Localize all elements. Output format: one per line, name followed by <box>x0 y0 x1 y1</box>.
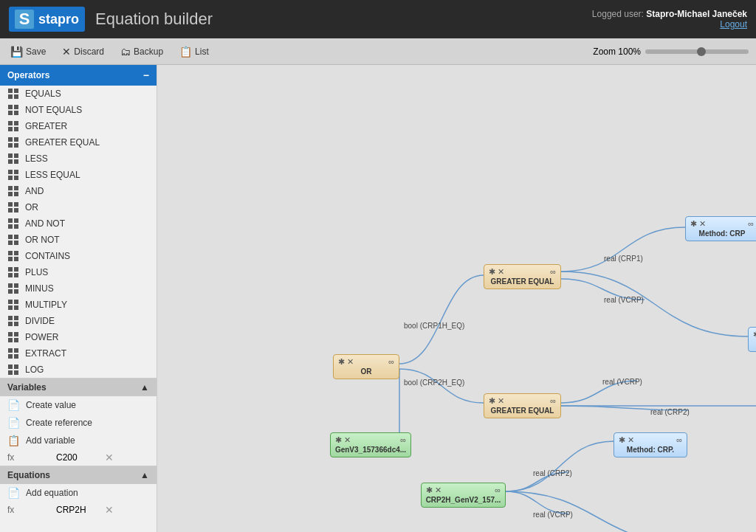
node-expand-btn[interactable]: ∞ <box>748 220 754 228</box>
variables-title: Variables <box>7 382 47 393</box>
operator-icon <box>7 300 19 310</box>
var-action-create-value[interactable]: 📄Create value <box>0 396 157 414</box>
sidebar-item-or-not[interactable]: OR NOT <box>0 232 157 248</box>
node-close-btn[interactable]: ✕ <box>498 268 504 276</box>
node-n1[interactable]: ✱ ✕ ∞ Method: CRP <box>685 216 756 241</box>
equation-entry-CRP2H[interactable]: fx CRP2H ✕ <box>0 502 157 518</box>
sidebar-item-less[interactable]: LESS <box>0 151 157 167</box>
node-n4[interactable]: ✱ ✕ ∞ OR <box>333 354 399 379</box>
variable-entry-C200[interactable]: fx C200 ✕ <box>0 449 157 466</box>
node-expand-btn[interactable]: ∞ <box>550 268 556 276</box>
logo-s-icon: S <box>15 10 34 29</box>
sidebar-item-multiply[interactable]: MULTIPLY <box>0 297 157 313</box>
operator-icon <box>7 137 19 148</box>
variables-collapse-icon: ▲ <box>140 382 149 393</box>
equations-section-header[interactable]: Equations ▲ <box>0 466 157 484</box>
logout-link[interactable]: Logout <box>592 19 747 30</box>
node-close-btn[interactable]: ✕ <box>498 397 504 405</box>
node-move-btn[interactable]: ✱ <box>338 358 345 366</box>
node-expand-btn[interactable]: ∞ <box>550 397 556 405</box>
sidebar-item-power[interactable]: POWER <box>0 329 157 345</box>
operator-icon <box>7 251 19 261</box>
node-move-btn[interactable]: ✱ <box>426 486 433 494</box>
save-button[interactable]: 💾 Save <box>7 44 49 59</box>
connection-line <box>506 441 614 491</box>
connector-label: real (VCRP) <box>533 511 573 519</box>
node-move-btn[interactable]: ✱ <box>489 397 495 405</box>
operator-label: LESS EQUAL <box>25 170 80 180</box>
sidebar-item-less-equal[interactable]: LESS EQUAL <box>0 167 157 183</box>
node-n9[interactable]: ✱ ✕ ∞ CRP2H_GenV2_157... <box>421 483 506 508</box>
node-move-btn[interactable]: ✱ <box>619 436 625 444</box>
eq-action-add-equation[interactable]: 📄Add equation <box>0 484 157 502</box>
operators-section-header[interactable]: Operators − <box>0 65 157 86</box>
operator-icon <box>7 202 19 213</box>
node-header: ✱ ✕ ∞ <box>690 220 754 228</box>
sidebar-item-greater-equal[interactable]: GREATER EQUAL <box>0 134 157 151</box>
sidebar-item-and[interactable]: AND <box>0 183 157 199</box>
operator-icon <box>7 186 19 196</box>
app-title: Equation builder <box>95 10 213 29</box>
node-expand-btn[interactable]: ∞ <box>400 436 406 444</box>
operator-label: POWER <box>25 332 58 342</box>
sidebar-item-minus[interactable]: MINUS <box>0 280 157 297</box>
variable-delete-icon[interactable]: ✕ <box>105 452 151 463</box>
user-label: Logged user: <box>592 9 644 19</box>
var-action-label: Add variable <box>26 435 75 446</box>
node-header: ✱ ✕ ∞ <box>426 486 501 494</box>
node-close-btn[interactable]: ✕ <box>628 436 634 444</box>
discard-button[interactable]: ✕ Discard <box>59 44 107 59</box>
sidebar-item-contains[interactable]: CONTAINS <box>0 248 157 264</box>
node-label: OR <box>361 367 372 376</box>
main: Operators − EQUALS NOT EQUALS GREATER GR… <box>0 65 756 532</box>
var-action-label: Create value <box>26 400 76 410</box>
var-action-add-variable[interactable]: 📋Add variable <box>0 432 157 449</box>
node-move-btn[interactable]: ✱ <box>753 331 756 339</box>
equations-section: Equations ▲ 📄Add equation fx CRP2H ✕ <box>0 466 157 518</box>
node-n3[interactable]: ✱ ✕ ∞ Constant: 200 <box>748 327 756 352</box>
operator-label: AND NOT <box>25 218 65 229</box>
node-close-btn[interactable]: ✕ <box>435 486 441 494</box>
node-move-btn[interactable]: ✱ <box>489 268 495 276</box>
operator-label: OR NOT <box>25 235 60 245</box>
node-expand-btn[interactable]: ∞ <box>495 486 501 494</box>
node-close-btn[interactable]: ✕ <box>344 436 351 444</box>
var-action-create-reference[interactable]: 📄Create reference <box>0 414 157 432</box>
sidebar-item-and-not[interactable]: AND NOT <box>0 215 157 232</box>
node-expand-btn[interactable]: ∞ <box>676 436 682 444</box>
zoom-slider[interactable] <box>645 49 749 54</box>
node-move-btn[interactable]: ✱ <box>690 220 697 228</box>
operator-label: OR <box>25 202 38 213</box>
list-button[interactable]: 📋 List <box>176 44 212 59</box>
node-close-btn[interactable]: ✕ <box>347 358 354 366</box>
node-move-btn[interactable]: ✱ <box>335 436 342 444</box>
variables-section-header[interactable]: Variables ▲ <box>0 379 157 396</box>
node-header: ✱ ✕ ∞ <box>489 268 556 276</box>
node-n2[interactable]: ✱ ✕ ∞ GREATER EQUAL <box>484 264 561 289</box>
sidebar-item-greater[interactable]: GREATER <box>0 118 157 134</box>
operator-label: DIVIDE <box>25 316 55 326</box>
sidebar-item-log[interactable]: LOG <box>0 362 157 378</box>
node-label: CRP2H_GenV2_157... <box>426 496 501 504</box>
node-n5[interactable]: ✱ ✕ ∞ GREATER EQUAL <box>484 393 561 418</box>
operator-label: CONTAINS <box>25 251 70 261</box>
equations-title: Equations <box>7 470 50 480</box>
backup-icon: 🗂 <box>120 46 131 58</box>
connection-line <box>561 227 685 272</box>
node-n8[interactable]: ✱ ✕ ∞ GenV3_157366dc4... <box>330 432 411 457</box>
operator-icon <box>7 89 19 99</box>
sidebar: Operators − EQUALS NOT EQUALS GREATER GR… <box>0 65 157 532</box>
node-n7[interactable]: ✱ ✕ ∞ Method: CRP. <box>614 432 687 457</box>
node-expand-btn[interactable]: ∞ <box>388 358 394 366</box>
sidebar-item-divide[interactable]: DIVIDE <box>0 313 157 329</box>
sidebar-item-equals[interactable]: EQUALS <box>0 86 157 102</box>
backup-button[interactable]: 🗂 Backup <box>117 44 166 59</box>
sidebar-item-not-equals[interactable]: NOT EQUALS <box>0 102 157 118</box>
node-close-btn[interactable]: ✕ <box>699 220 706 228</box>
sidebar-item-extract[interactable]: EXTRACT <box>0 345 157 362</box>
sidebar-item-or[interactable]: OR <box>0 199 157 215</box>
list-icon: 📋 <box>179 46 192 58</box>
equation-delete-icon[interactable]: ✕ <box>105 504 151 516</box>
sidebar-item-plus[interactable]: PLUS <box>0 264 157 280</box>
backup-label: Backup <box>134 46 163 57</box>
